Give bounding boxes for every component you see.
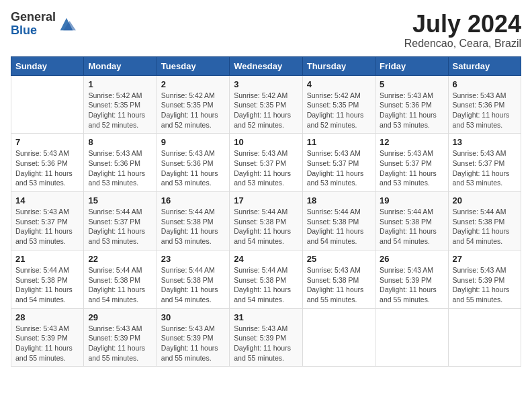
day-info-21: Sunrise: 5:44 AMSunset: 5:38 PMDaylight:…: [15, 265, 79, 305]
day-number-14: 14: [15, 195, 79, 205]
day-cell-21: 21Sunrise: 5:44 AMSunset: 5:38 PMDayligh…: [11, 250, 84, 308]
week-row-4: 21Sunrise: 5:44 AMSunset: 5:38 PMDayligh…: [11, 250, 521, 308]
day-number-15: 15: [88, 195, 152, 205]
day-number-11: 11: [307, 137, 371, 147]
day-info-11: Sunrise: 5:43 AMSunset: 5:37 PMDaylight:…: [307, 148, 371, 188]
day-info-4: Sunrise: 5:42 AMSunset: 5:35 PMDaylight:…: [307, 91, 371, 130]
day-info-3: Sunrise: 5:42 AMSunset: 5:35 PMDaylight:…: [234, 91, 298, 130]
day-info-9: Sunrise: 5:43 AMSunset: 5:36 PMDaylight:…: [161, 148, 225, 188]
day-number-24: 24: [234, 254, 298, 264]
day-cell-22: 22Sunrise: 5:44 AMSunset: 5:38 PMDayligh…: [84, 250, 157, 308]
day-info-31: Sunrise: 5:43 AMSunset: 5:39 PMDaylight:…: [234, 324, 298, 363]
day-info-28: Sunrise: 5:43 AMSunset: 5:39 PMDaylight:…: [15, 324, 79, 363]
day-number-19: 19: [380, 195, 443, 205]
day-info-1: Sunrise: 5:42 AMSunset: 5:35 PMDaylight:…: [88, 91, 152, 130]
day-info-17: Sunrise: 5:44 AMSunset: 5:38 PMDaylight:…: [234, 207, 298, 246]
day-cell-11: 11Sunrise: 5:43 AMSunset: 5:37 PMDayligh…: [302, 134, 375, 192]
empty-cell: [375, 308, 448, 367]
day-number-6: 6: [453, 79, 517, 89]
week-row-2: 7Sunrise: 5:43 AMSunset: 5:36 PMDaylight…: [11, 134, 521, 192]
day-info-6: Sunrise: 5:43 AMSunset: 5:36 PMDaylight:…: [453, 91, 517, 130]
day-cell-29: 29Sunrise: 5:43 AMSunset: 5:39 PMDayligh…: [84, 308, 157, 367]
day-number-31: 31: [234, 312, 298, 322]
weekday-header-row: SundayMondayTuesdayWednesdayThursdayFrid…: [11, 56, 521, 75]
day-cell-20: 20Sunrise: 5:44 AMSunset: 5:38 PMDayligh…: [448, 192, 521, 250]
day-info-13: Sunrise: 5:43 AMSunset: 5:37 PMDaylight:…: [453, 148, 517, 188]
day-cell-31: 31Sunrise: 5:43 AMSunset: 5:39 PMDayligh…: [230, 308, 302, 367]
day-number-12: 12: [380, 137, 443, 147]
day-cell-4: 4Sunrise: 5:42 AMSunset: 5:35 PMDaylight…: [302, 75, 375, 134]
day-cell-16: 16Sunrise: 5:44 AMSunset: 5:38 PMDayligh…: [157, 192, 229, 250]
day-info-18: Sunrise: 5:44 AMSunset: 5:38 PMDaylight:…: [307, 207, 371, 246]
day-info-27: Sunrise: 5:43 AMSunset: 5:39 PMDaylight:…: [453, 265, 517, 305]
weekday-header-sunday: Sunday: [11, 56, 84, 75]
day-number-9: 9: [161, 137, 225, 147]
day-cell-27: 27Sunrise: 5:43 AMSunset: 5:39 PMDayligh…: [448, 250, 521, 308]
day-number-3: 3: [234, 79, 298, 89]
day-number-7: 7: [15, 137, 79, 147]
day-number-5: 5: [380, 79, 443, 89]
day-number-30: 30: [161, 312, 225, 322]
weekday-header-saturday: Saturday: [448, 56, 521, 75]
logo-blue: Blue: [11, 24, 56, 38]
day-number-17: 17: [234, 195, 298, 205]
empty-cell: [448, 308, 521, 367]
location-label: Redencao, Ceara, Brazil: [404, 38, 521, 50]
day-info-25: Sunrise: 5:43 AMSunset: 5:38 PMDaylight:…: [307, 265, 371, 305]
day-cell-24: 24Sunrise: 5:44 AMSunset: 5:38 PMDayligh…: [230, 250, 302, 308]
day-number-10: 10: [234, 137, 298, 147]
day-cell-13: 13Sunrise: 5:43 AMSunset: 5:37 PMDayligh…: [448, 134, 521, 192]
title-block: July 2024 Redencao, Ceara, Brazil: [404, 11, 521, 50]
page-header: General Blue July 2024 Redencao, Ceara, …: [11, 11, 521, 50]
day-cell-8: 8Sunrise: 5:43 AMSunset: 5:36 PMDaylight…: [84, 134, 157, 192]
day-number-4: 4: [307, 79, 371, 89]
day-number-22: 22: [88, 254, 152, 264]
day-info-14: Sunrise: 5:43 AMSunset: 5:37 PMDaylight:…: [15, 207, 79, 246]
day-cell-6: 6Sunrise: 5:43 AMSunset: 5:36 PMDaylight…: [448, 75, 521, 134]
weekday-header-wednesday: Wednesday: [230, 56, 302, 75]
day-cell-5: 5Sunrise: 5:43 AMSunset: 5:36 PMDaylight…: [375, 75, 448, 134]
day-cell-30: 30Sunrise: 5:43 AMSunset: 5:39 PMDayligh…: [157, 308, 229, 367]
day-info-8: Sunrise: 5:43 AMSunset: 5:36 PMDaylight:…: [88, 148, 152, 188]
day-info-15: Sunrise: 5:44 AMSunset: 5:37 PMDaylight:…: [88, 207, 152, 246]
day-number-23: 23: [161, 254, 225, 264]
weekday-header-monday: Monday: [84, 56, 157, 75]
day-info-20: Sunrise: 5:44 AMSunset: 5:38 PMDaylight:…: [453, 207, 517, 246]
calendar-table: SundayMondayTuesdayWednesdayThursdayFrid…: [11, 56, 521, 367]
weekday-header-tuesday: Tuesday: [157, 56, 229, 75]
day-cell-19: 19Sunrise: 5:44 AMSunset: 5:38 PMDayligh…: [375, 192, 448, 250]
day-cell-18: 18Sunrise: 5:44 AMSunset: 5:38 PMDayligh…: [302, 192, 375, 250]
day-cell-26: 26Sunrise: 5:43 AMSunset: 5:39 PMDayligh…: [375, 250, 448, 308]
day-info-5: Sunrise: 5:43 AMSunset: 5:36 PMDaylight:…: [380, 91, 443, 130]
day-number-13: 13: [453, 137, 517, 147]
day-cell-1: 1Sunrise: 5:42 AMSunset: 5:35 PMDaylight…: [84, 75, 157, 134]
day-cell-7: 7Sunrise: 5:43 AMSunset: 5:36 PMDaylight…: [11, 134, 84, 192]
day-info-7: Sunrise: 5:43 AMSunset: 5:36 PMDaylight:…: [15, 148, 79, 188]
weekday-header-thursday: Thursday: [302, 56, 375, 75]
month-year-title: July 2024: [404, 11, 521, 38]
day-info-23: Sunrise: 5:44 AMSunset: 5:38 PMDaylight:…: [161, 265, 225, 305]
empty-cell: [302, 308, 375, 367]
day-cell-14: 14Sunrise: 5:43 AMSunset: 5:37 PMDayligh…: [11, 192, 84, 250]
day-cell-25: 25Sunrise: 5:43 AMSunset: 5:38 PMDayligh…: [302, 250, 375, 308]
day-info-10: Sunrise: 5:43 AMSunset: 5:37 PMDaylight:…: [234, 148, 298, 188]
day-number-16: 16: [161, 195, 225, 205]
day-info-12: Sunrise: 5:43 AMSunset: 5:37 PMDaylight:…: [380, 148, 443, 188]
day-cell-28: 28Sunrise: 5:43 AMSunset: 5:39 PMDayligh…: [11, 308, 84, 367]
day-number-26: 26: [380, 254, 443, 264]
logo-icon: [57, 15, 76, 34]
day-number-2: 2: [161, 79, 225, 89]
day-number-1: 1: [88, 79, 152, 89]
weekday-header-friday: Friday: [375, 56, 448, 75]
logo: General Blue: [11, 11, 76, 38]
day-number-25: 25: [307, 254, 371, 264]
day-cell-9: 9Sunrise: 5:43 AMSunset: 5:36 PMDaylight…: [157, 134, 229, 192]
day-cell-3: 3Sunrise: 5:42 AMSunset: 5:35 PMDaylight…: [230, 75, 302, 134]
day-info-30: Sunrise: 5:43 AMSunset: 5:39 PMDaylight:…: [161, 324, 225, 363]
week-row-5: 28Sunrise: 5:43 AMSunset: 5:39 PMDayligh…: [11, 308, 521, 367]
day-info-24: Sunrise: 5:44 AMSunset: 5:38 PMDaylight:…: [234, 265, 298, 305]
day-info-29: Sunrise: 5:43 AMSunset: 5:39 PMDaylight:…: [88, 324, 152, 363]
day-number-8: 8: [88, 137, 152, 147]
day-number-18: 18: [307, 195, 371, 205]
day-number-27: 27: [453, 254, 517, 264]
